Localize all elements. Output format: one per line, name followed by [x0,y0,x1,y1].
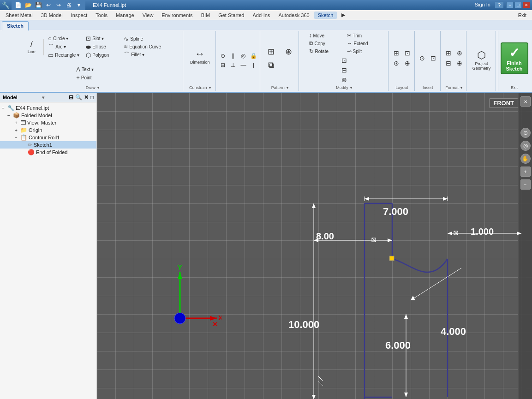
insert-btn2[interactable]: ⊡ [428,54,438,63]
close-btn[interactable]: ✕ [523,2,530,8]
vert-btn[interactable]: | [249,61,258,69]
menu-tools[interactable]: Tools [92,12,111,19]
offset-btn[interactable]: ⊛ [339,75,349,84]
menu-arrow[interactable]: ▶ [338,11,349,19]
tree-item-ex4-funnel[interactable]: − 🔧 EX4 Funnel.ipt [0,104,96,112]
finish-sketch-button[interactable]: ✓ FinishSketch [501,42,528,74]
parallel-btn[interactable]: ⊟ [218,61,227,69]
arc-button[interactable]: ⌒ Arc ▾ [46,43,83,51]
ellipse-button[interactable]: ⬬ Ellipse [84,43,120,51]
copy-button[interactable]: ⧉ Copy [307,40,344,47]
split-button[interactable]: ⊸ Split [345,48,382,55]
dim-4000: 4.000 [441,326,466,338]
tree-item-sketch1[interactable]: ✏ Sketch1 [0,141,96,149]
minimize-btn[interactable]: − [506,2,514,8]
rotate-button[interactable]: ↻ Rotate [307,48,344,55]
signin-btn[interactable]: Sign In [475,2,490,8]
insert-btn1[interactable]: ⊙ [417,54,427,63]
tree-item-contour-roll[interactable]: − 📋 Contour Roll1 [0,134,96,141]
format-btn1[interactable]: ⊞ [443,48,454,58]
maximize-btn[interactable]: □ [514,2,522,8]
search-icon[interactable]: 🔍 [75,94,82,101]
format-btn3[interactable]: ⊟ [443,59,454,68]
pattern-group-label[interactable]: Pattern▾ [271,84,288,90]
fix-btn[interactable]: 🔒 [249,52,258,60]
menu-bim[interactable]: BIM [197,12,214,19]
project-geometry-button[interactable]: ⬡ ProjectGeometry [469,48,494,73]
spline-button[interactable]: ∿ Spline [121,35,163,43]
menu-3d-model[interactable]: 3D Model [37,12,66,19]
polygon-button[interactable]: ⬡ Polygon [84,51,120,59]
menu-sketch[interactable]: Sketch [314,12,337,19]
format-btn4[interactable]: ⊕ [454,59,465,68]
point-button[interactable]: + Point [74,74,111,82]
move-button[interactable]: ↕ Move [307,32,344,39]
tree-expand-origin[interactable]: + [15,128,20,133]
tree-item-origin[interactable]: + 📁 Origin [0,126,96,134]
extend-button[interactable]: ↔ Extend [345,40,382,47]
text-button[interactable]: A Text ▾ [74,66,111,73]
rect-pattern-btn[interactable]: ⊞ [263,45,279,58]
constrain-group-label[interactable]: Constrain▾ [189,84,211,90]
fillet-button[interactable]: ⌒ Fillet ▾ [121,51,163,59]
print-btn[interactable]: 🖨 [64,1,73,9]
help-btn[interactable]: ? [495,2,503,8]
trim-button[interactable]: ✂ Trim [345,32,382,39]
tab-sketch[interactable]: Sketch [2,21,29,31]
concentric-btn[interactable]: ◎ [239,52,248,60]
menu-inspect[interactable]: Inspect [67,12,91,19]
tree-expand-ex4[interactable]: − [2,106,7,111]
tree-expand-folded[interactable]: − [7,113,13,118]
insert-group-label[interactable]: Insert [423,84,433,90]
menu-sheet-metal[interactable]: Sheet Metal [2,12,36,19]
tree-expand-contour[interactable]: − [15,135,20,140]
redo-btn[interactable]: ↪ [54,1,63,9]
format-group-label[interactable]: Format▾ [445,84,462,90]
menu-environments[interactable]: Environments [158,12,196,19]
tree-item-folded-model[interactable]: − 📦 Folded Model [0,112,96,119]
menu-exit[interactable]: Exit [514,12,530,19]
layout-btn3[interactable]: ⊛ [391,59,401,68]
scale-btn[interactable]: ⊡ [339,56,349,65]
qat-more-btn[interactable]: ▾ [74,1,84,9]
viewport[interactable]: FRONT ✕ ⊙ ◎ ✋ + − [97,93,532,399]
collinear-btn[interactable]: ∥ [228,52,238,60]
menu-view[interactable]: View [139,12,157,19]
panel-dropdown-arrow[interactable]: ▾ [42,95,44,100]
undo-btn[interactable]: ↩ [44,1,53,9]
menu-autodesk-360[interactable]: Autodesk 360 [275,12,313,19]
menu-manage[interactable]: Manage [112,12,138,19]
rectangle-button[interactable]: ▭ Rectangle ▾ [46,51,83,59]
layout-btn2[interactable]: ⊡ [402,48,412,58]
equation-curve-button[interactable]: ≋ Equation Curve [121,43,163,50]
save-btn[interactable]: 💾 [34,1,43,9]
mirror-btn[interactable]: ⧉ [263,59,279,71]
layout-btn1[interactable]: ⊞ [391,48,401,58]
filter-icon[interactable]: ⊟ [69,94,73,101]
menu-add-ins[interactable]: Add-Ins [249,12,274,19]
horiz-btn[interactable]: — [239,61,248,69]
line-button[interactable]: / Line [21,39,42,55]
slot-button[interactable]: ⊡ Slot ▾ [84,35,120,42]
dimension-button[interactable]: ↔ Dimension [186,47,214,70]
circ-pattern-btn[interactable]: ⊛ [280,45,297,58]
exit-group-label[interactable]: Exit [511,84,518,90]
format-btn2[interactable]: ⊛ [454,48,465,58]
open-btn[interactable]: 📂 [24,1,33,9]
layout-buttons: ⊞ ⊡ ⊛ ⊕ [391,32,412,84]
layout-btn4[interactable]: ⊕ [402,59,412,68]
expand-panel-icon[interactable]: □ [90,94,94,101]
stretch-btn[interactable]: ⊟ [339,66,349,75]
tree-expand-view[interactable]: + [15,120,20,125]
close-panel-icon[interactable]: ✕ [84,94,89,101]
coincident-btn[interactable]: ⊙ [218,52,227,60]
perp-btn[interactable]: ⊥ [228,61,238,69]
menu-get-started[interactable]: Get Started [215,12,248,19]
new-btn[interactable]: 📄 [13,1,23,9]
tree-item-view-master[interactable]: + 🗖 View: Master [0,119,96,126]
circle-button[interactable]: ○ Circle ▾ [46,35,83,42]
draw-group-label[interactable]: Draw▾ [86,84,99,90]
tree-item-end-of-folded[interactable]: 🔴 End of Folded [0,149,96,156]
layout-group-label[interactable]: Layout [395,84,408,90]
modify-group-label[interactable]: Modify▾ [336,84,352,90]
